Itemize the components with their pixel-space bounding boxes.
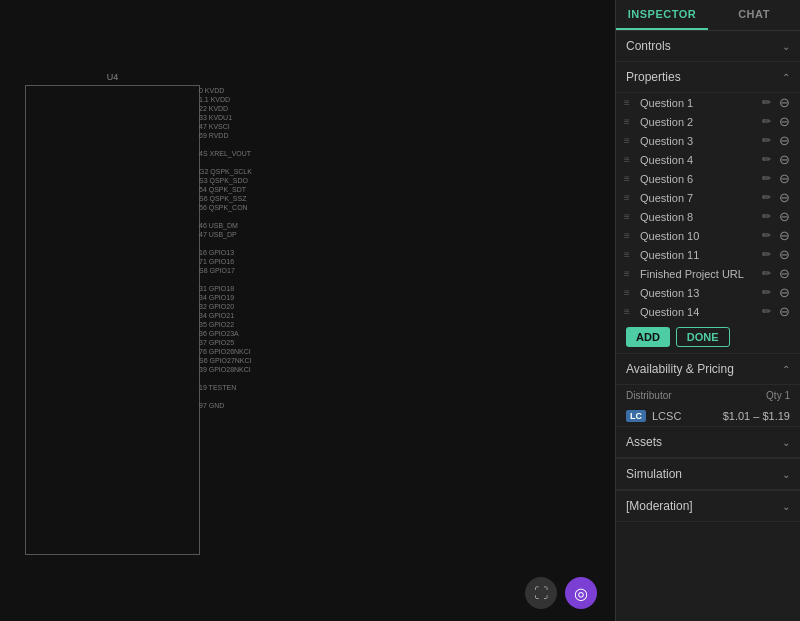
- pin-21: 35 GPIO22: [199, 320, 279, 329]
- drag-handle-icon: ≡: [624, 97, 636, 108]
- moderation-section-header[interactable]: [Moderation] ⌄: [616, 491, 800, 522]
- property-edit-button[interactable]: ✏: [760, 267, 773, 280]
- property-label: Question 2: [640, 116, 756, 128]
- simulation-section: Simulation ⌄: [616, 458, 800, 490]
- availability-section-header[interactable]: Availability & Pricing ⌃: [616, 354, 800, 385]
- assets-chevron-icon: ⌄: [782, 437, 790, 448]
- property-edit-button[interactable]: ✏: [760, 96, 773, 109]
- property-remove-button[interactable]: ⊖: [777, 96, 792, 109]
- pin-7: G2 QSPK_SCLK: [199, 167, 279, 176]
- pin-6: 4S XREL_VOUT: [199, 149, 279, 158]
- pin-4: 47 KVSCI: [199, 122, 279, 131]
- property-item-q1: ≡ Question 1 ✏ ⊖: [616, 93, 800, 112]
- moderation-chevron-icon: ⌄: [782, 501, 790, 512]
- pin-spacer-6: [199, 374, 279, 383]
- properties-label: Properties: [626, 70, 681, 84]
- pin-3: 33 KVDU1: [199, 113, 279, 122]
- property-item-q4: ≡ Question 4 ✏ ⊖: [616, 150, 800, 169]
- pin-20: 34 GPIO21: [199, 311, 279, 320]
- pin-8: S3 QSPK_SDO: [199, 176, 279, 185]
- pin-14: 16 GPIO13: [199, 248, 279, 257]
- property-label: Question 4: [640, 154, 756, 166]
- distributor-header: Distributor Qty 1: [616, 385, 800, 406]
- right-panel: INSPECTOR CHAT Controls ⌄ Properties ⌃ ≡…: [615, 0, 800, 621]
- property-label: Question 1: [640, 97, 756, 109]
- property-label: Question 6: [640, 173, 756, 185]
- pin-0: 0 KVDD: [199, 86, 279, 95]
- availability-chevron-icon: ⌃: [782, 364, 790, 375]
- property-remove-button[interactable]: ⊖: [777, 286, 792, 299]
- property-edit-button[interactable]: ✏: [760, 229, 773, 242]
- done-button[interactable]: DONE: [676, 327, 730, 347]
- pin-spacer-3: [199, 212, 279, 221]
- pin-27: 19 TESTEN: [199, 383, 279, 392]
- property-label: Question 8: [640, 211, 756, 223]
- availability-section: Availability & Pricing ⌃ Distributor Qty…: [616, 353, 800, 426]
- brand-button[interactable]: ◎: [565, 577, 597, 609]
- property-edit-button[interactable]: ✏: [760, 286, 773, 299]
- properties-section-header[interactable]: Properties ⌃: [616, 62, 800, 93]
- drag-handle-icon: ≡: [624, 268, 636, 279]
- pin-19: 32 GPIO20: [199, 302, 279, 311]
- simulation-chevron-icon: ⌄: [782, 469, 790, 480]
- assets-label: Assets: [626, 435, 662, 449]
- pin-spacer-1: [199, 140, 279, 149]
- property-edit-button[interactable]: ✏: [760, 172, 773, 185]
- property-label: Question 13: [640, 287, 756, 299]
- property-edit-button[interactable]: ✏: [760, 305, 773, 318]
- chip-label: U4: [107, 72, 119, 82]
- pin-24: 76 GPIO26NKCI: [199, 347, 279, 356]
- property-label: Question 10: [640, 230, 756, 242]
- property-edit-button[interactable]: ✏: [760, 153, 773, 166]
- controls-section-header[interactable]: Controls ⌄: [616, 31, 800, 62]
- pin-12: 46 USB_DM: [199, 221, 279, 230]
- expand-icon: ⛶: [534, 585, 548, 601]
- pin-5: 69 RVDD: [199, 131, 279, 140]
- simulation-section-header[interactable]: Simulation ⌄: [616, 459, 800, 490]
- controls-chevron-icon: ⌄: [782, 41, 790, 52]
- property-remove-button[interactable]: ⊖: [777, 153, 792, 166]
- drag-handle-icon: ≡: [624, 154, 636, 165]
- property-remove-button[interactable]: ⊖: [777, 248, 792, 261]
- property-edit-button[interactable]: ✏: [760, 248, 773, 261]
- property-remove-button[interactable]: ⊖: [777, 172, 792, 185]
- simulation-label: Simulation: [626, 467, 682, 481]
- property-edit-button[interactable]: ✏: [760, 191, 773, 204]
- property-remove-button[interactable]: ⊖: [777, 267, 792, 280]
- drag-handle-icon: ≡: [624, 135, 636, 146]
- pin-spacer-4: [199, 239, 279, 248]
- property-label: Question 14: [640, 306, 756, 318]
- pin-26: 39 GPIO28NKCI: [199, 365, 279, 374]
- add-property-button[interactable]: ADD: [626, 327, 670, 347]
- canvas-toolbar: ⛶ ◎: [525, 577, 597, 609]
- property-remove-button[interactable]: ⊖: [777, 229, 792, 242]
- pin-22: 36 GPIO23A: [199, 329, 279, 338]
- property-remove-button[interactable]: ⊖: [777, 305, 792, 318]
- property-remove-button[interactable]: ⊖: [777, 210, 792, 223]
- property-item-q13: ≡ Question 13 ✏ ⊖: [616, 283, 800, 302]
- panel-tabs: INSPECTOR CHAT: [616, 0, 800, 31]
- drag-handle-icon: ≡: [624, 192, 636, 203]
- assets-section: Assets ⌄: [616, 426, 800, 458]
- drag-handle-icon: ≡: [624, 116, 636, 127]
- property-edit-button[interactable]: ✏: [760, 210, 773, 223]
- drag-handle-icon: ≡: [624, 249, 636, 260]
- moderation-label: [Moderation]: [626, 499, 693, 513]
- properties-chevron-icon: ⌃: [782, 72, 790, 83]
- property-remove-button[interactable]: ⊖: [777, 191, 792, 204]
- property-edit-button[interactable]: ✏: [760, 115, 773, 128]
- property-remove-button[interactable]: ⊖: [777, 115, 792, 128]
- drag-handle-icon: ≡: [624, 230, 636, 241]
- pin-10: S6 QSPK_SSZ: [199, 194, 279, 203]
- distributor-badge: LC: [626, 410, 646, 422]
- property-edit-button[interactable]: ✏: [760, 134, 773, 147]
- pin-list: 0 KVDD 1.1 KVDD 22 KVDD 33 KVDU1 47 KVSC…: [199, 86, 279, 410]
- property-label: Question 7: [640, 192, 756, 204]
- assets-section-header[interactable]: Assets ⌄: [616, 427, 800, 458]
- property-remove-button[interactable]: ⊖: [777, 134, 792, 147]
- expand-button[interactable]: ⛶: [525, 577, 557, 609]
- tab-inspector[interactable]: INSPECTOR: [616, 0, 708, 30]
- property-item-q2: ≡ Question 2 ✏ ⊖: [616, 112, 800, 131]
- tab-chat[interactable]: CHAT: [708, 0, 800, 30]
- pin-9: 54 QSPK_SDT: [199, 185, 279, 194]
